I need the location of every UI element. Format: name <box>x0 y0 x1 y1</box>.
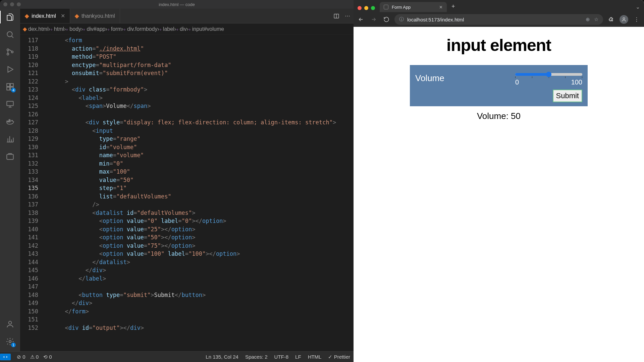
code-line[interactable]: 144 </datalist> <box>20 258 354 266</box>
status-warnings[interactable]: ⚠ 0 <box>30 354 39 360</box>
extensions-puzzle-icon[interactable] <box>606 15 616 24</box>
more-actions-icon[interactable]: ⋯ <box>345 13 350 19</box>
volume-slider[interactable] <box>515 73 582 76</box>
close-dot[interactable] <box>3 2 7 6</box>
source-control-icon[interactable] <box>5 47 15 57</box>
breadcrumb-item[interactable]: ⬨ html <box>50 26 64 32</box>
code-line[interactable]: 119 method="POST" <box>20 53 354 61</box>
status-formatter[interactable]: ✓ Prettier <box>328 354 350 360</box>
chrome-menu-icon[interactable]: ⋮ <box>632 15 641 24</box>
breadcrumb-item[interactable]: ⬨ div#app <box>83 26 105 32</box>
tab-list-chevron-icon[interactable]: ⌄ <box>632 2 644 12</box>
browser-tab[interactable]: Form App ✕ <box>380 2 447 12</box>
code-line[interactable]: 125 <span>Volume</span> <box>20 102 354 110</box>
code-line[interactable]: 149 </div> <box>20 299 354 307</box>
code-line[interactable]: 142 <option value="75"></option> <box>20 242 354 250</box>
code-line[interactable]: 129 type="range" <box>20 135 354 143</box>
tab-thankyou-html[interactable]: ◆ thankyou.html <box>70 9 120 23</box>
docker-icon[interactable] <box>5 117 15 127</box>
html-file-icon: ◆ <box>75 13 79 19</box>
close-dot[interactable] <box>358 6 362 10</box>
run-debug-icon[interactable] <box>5 64 15 74</box>
zoom-dot[interactable] <box>371 6 375 10</box>
code-line[interactable]: 131 name="volume" <box>20 151 354 160</box>
reload-button[interactable] <box>382 15 391 24</box>
code-line[interactable]: 117 <form <box>20 36 354 45</box>
chart-icon[interactable] <box>5 134 15 144</box>
submit-button[interactable]: Submit <box>553 89 582 102</box>
breadcrumb-bar[interactable]: ◆ dex.html›⬨ html›⬨ body›⬨ div#app›⬨ for… <box>20 23 354 35</box>
profile-avatar[interactable] <box>619 15 629 24</box>
code-line[interactable]: 130 id="volume" <box>20 143 354 152</box>
search-icon[interactable] <box>5 29 15 40</box>
code-line[interactable]: 147 <box>20 283 354 291</box>
code-line[interactable]: 141 <option value="50"></option> <box>20 233 354 242</box>
code-line[interactable]: 123 <div class="formbody"> <box>20 85 354 94</box>
site-info-icon[interactable]: ⓘ <box>399 16 404 22</box>
code-line[interactable]: 124 <label> <box>20 94 354 102</box>
code-line[interactable]: 127 <div style="display: flex; flex-dire… <box>20 118 354 127</box>
status-errors[interactable]: ⊘ 0 <box>17 354 25 360</box>
breadcrumb-item[interactable]: ⬨ div <box>176 26 186 32</box>
forward-button[interactable] <box>369 15 378 24</box>
code-line[interactable]: 137 /> <box>20 200 354 209</box>
tab-index-html[interactable]: ◆ index.html ✕ <box>20 9 70 23</box>
zoom-dot[interactable] <box>17 2 21 6</box>
new-tab-button[interactable]: + <box>449 1 458 12</box>
code-line[interactable]: 148 <button type="submit">Submit</button… <box>20 291 354 299</box>
slider-range-labels: 0 100 <box>515 78 582 86</box>
breadcrumb-item[interactable]: ⬨ div.formbody <box>123 26 157 32</box>
minimize-dot[interactable] <box>10 2 14 6</box>
status-eol[interactable]: LF <box>295 354 301 360</box>
code-line[interactable]: 122 > <box>20 77 354 86</box>
close-tab-icon[interactable]: ✕ <box>61 13 65 19</box>
code-line[interactable]: 120 enctype="multipart/form-data" <box>20 61 354 69</box>
code-line[interactable]: 133 max="100" <box>20 168 354 176</box>
status-ports[interactable]: ⟲ 0 <box>43 354 52 360</box>
zoom-icon[interactable]: ⊕ <box>586 16 590 22</box>
remote-indicator[interactable] <box>0 354 11 360</box>
bookmark-star-icon[interactable]: ☆ <box>594 16 598 22</box>
chrome-traffic-lights[interactable] <box>356 6 378 12</box>
extensions-icon[interactable]: 4 <box>5 82 15 92</box>
code-line[interactable]: 134 value="50" <box>20 176 354 184</box>
settings-gear-icon[interactable]: 1 <box>5 337 15 347</box>
live-share-icon[interactable] <box>5 152 15 162</box>
code-line[interactable]: 136 list="defaultVolumes" <box>20 192 354 201</box>
code-line[interactable]: 146 </label> <box>20 275 354 283</box>
code-line[interactable]: 139 <option value="0" label="0"></option… <box>20 217 354 225</box>
breadcrumb-item[interactable]: ⬨ form <box>107 26 122 32</box>
status-indent[interactable]: Spaces: 2 <box>245 354 268 360</box>
code-line[interactable]: 150 </form> <box>20 307 354 316</box>
close-tab-icon[interactable]: ✕ <box>439 5 443 10</box>
code-line[interactable]: 135 step="1" <box>20 184 354 192</box>
code-line[interactable]: 138 <datalist id="defaultVolumes"> <box>20 209 354 217</box>
breadcrumb-item[interactable]: ◆ dex.html <box>23 26 48 32</box>
breadcrumb-item[interactable]: ⬨ label <box>159 26 174 32</box>
split-editor-icon[interactable] <box>333 13 339 19</box>
status-language[interactable]: HTML <box>308 354 322 360</box>
code-editor[interactable]: 117 <form118 action="./index.html"119 me… <box>20 35 354 351</box>
code-line[interactable]: 126 <box>20 110 354 119</box>
code-line[interactable]: 143 <option value="100" label="100"></op… <box>20 250 354 258</box>
code-line[interactable]: 145 </div> <box>20 266 354 275</box>
status-cursor-pos[interactable]: Ln 135, Col 24 <box>206 354 238 360</box>
account-icon[interactable] <box>5 319 15 329</box>
code-line[interactable]: 121 onsubmit="submitForm(event)" <box>20 69 354 77</box>
code-line[interactable]: 151 <box>20 315 354 324</box>
address-bar[interactable]: ⓘ localhost:5173/index.html ⊕ ☆ <box>394 14 603 25</box>
breadcrumb-item[interactable]: ⬨ body <box>66 26 81 32</box>
breadcrumb-item[interactable]: ⬨ input#volume <box>189 26 224 32</box>
slider-thumb[interactable] <box>546 72 551 77</box>
code-line[interactable]: 132 min="0" <box>20 160 354 168</box>
back-button[interactable] <box>356 15 366 24</box>
status-encoding[interactable]: UTF-8 <box>274 354 289 360</box>
code-line[interactable]: 118 action="./index.html" <box>20 45 354 53</box>
explorer-icon[interactable] <box>5 12 15 22</box>
code-line[interactable]: 152 <div id="output"></div> <box>20 324 354 332</box>
remote-explorer-icon[interactable] <box>5 99 15 109</box>
code-line[interactable]: 140 <option value="25"></option> <box>20 225 354 234</box>
window-traffic-lights[interactable] <box>3 2 21 6</box>
code-line[interactable]: 128 <input <box>20 127 354 135</box>
minimize-dot[interactable] <box>364 6 368 10</box>
